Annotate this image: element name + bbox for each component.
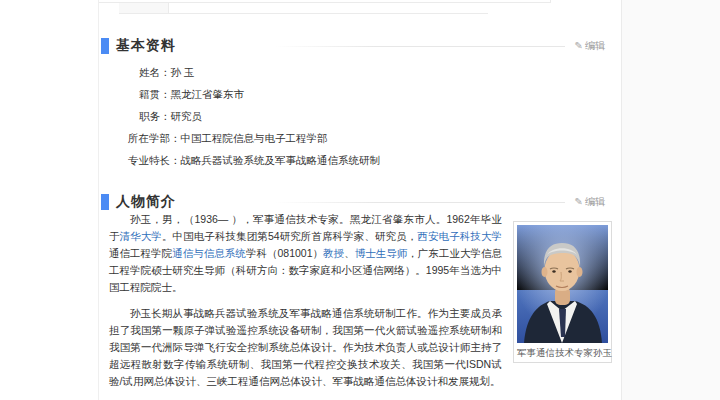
info-value: 研究员 bbox=[171, 110, 203, 122]
header-rule bbox=[274, 202, 565, 203]
article-content: 基本资料 ✎编辑 姓名：孙 玉 籍贯：黑龙江省肇东市 职务：研究员 所在学部：中… bbox=[98, 0, 620, 400]
section-title: 基本资料 bbox=[116, 37, 176, 55]
info-row-birthplace: 籍贯：黑龙江省肇东市 bbox=[99, 83, 621, 105]
section-header-profile: 人物简介 ✎编辑 bbox=[99, 192, 613, 212]
info-label: 专业特长： bbox=[128, 154, 181, 166]
text-segment: 通信工程学院 bbox=[109, 247, 172, 259]
remnant-column-border bbox=[550, 0, 551, 3]
info-label: 所在学部： bbox=[128, 132, 181, 144]
remnant-header-cell bbox=[119, 3, 169, 13]
baike-article-page: 基本资料 ✎编辑 姓名：孙 玉 籍贯：黑龙江省肇东市 职务：研究员 所在学部：中… bbox=[0, 0, 720, 400]
info-label: 籍贯： bbox=[139, 88, 171, 100]
inline-link[interactable]: 通信与信息系统 bbox=[172, 247, 246, 259]
info-row-position: 职务：研究员 bbox=[99, 105, 621, 127]
text-segment: 孙玉长期从事战略兵器试验系统及军事战略通信系统研制工作。作为主要成员承担了我国第… bbox=[109, 307, 502, 387]
info-value: 黑龙江省肇东市 bbox=[171, 88, 245, 100]
info-value: 中国工程院信息与电子工程学部 bbox=[181, 132, 328, 144]
info-row-name: 姓名：孙 玉 bbox=[99, 61, 621, 83]
section-title: 人物简介 bbox=[116, 193, 176, 211]
inline-link[interactable]: 西安电子科技大学 bbox=[417, 230, 502, 242]
text-segment: 、 bbox=[344, 247, 355, 259]
info-value: 孙 玉 bbox=[171, 66, 195, 78]
info-label: 职务： bbox=[139, 110, 171, 122]
remnant-border-bottom bbox=[119, 13, 488, 14]
text-segment: 。中国电子科技集团第54研究所首席科学家、研究员， bbox=[162, 230, 417, 242]
section-marker bbox=[101, 38, 109, 54]
header-rule bbox=[274, 46, 565, 47]
edit-button-profile[interactable]: ✎编辑 bbox=[575, 195, 605, 209]
portrait-photo bbox=[517, 225, 608, 343]
edit-pencil-icon: ✎ bbox=[575, 196, 583, 207]
text-segment: 学科（081001） bbox=[246, 247, 323, 259]
inline-link[interactable]: 清华大学 bbox=[120, 230, 162, 242]
inline-link[interactable]: 教授 bbox=[323, 247, 344, 259]
edit-button-basic-info[interactable]: ✎编辑 bbox=[575, 39, 605, 53]
portrait-photo-card[interactable]: 军事通信技术专家孙玉 bbox=[513, 221, 612, 363]
edit-label: 编辑 bbox=[585, 40, 605, 51]
edit-pencil-icon: ✎ bbox=[575, 40, 583, 51]
basic-info-rows: 姓名：孙 玉 籍贯：黑龙江省肇东市 职务：研究员 所在学部：中国工程院信息与电子… bbox=[99, 61, 621, 171]
section-marker bbox=[101, 194, 109, 210]
photo-caption: 军事通信技术专家孙玉 bbox=[517, 343, 608, 359]
info-value: 战略兵器试验系统及军事战略通信系统研制 bbox=[181, 154, 381, 166]
info-row-division: 所在学部：中国工程院信息与电子工程学部 bbox=[99, 127, 621, 149]
profile-body: 军事通信技术专家孙玉 孙玉，男，（1936— ），军事通信技术专家。黑龙江省肇东… bbox=[109, 211, 612, 400]
section-header-basic-info: 基本资料 ✎编辑 bbox=[99, 36, 613, 56]
edit-label: 编辑 bbox=[585, 196, 605, 207]
inline-link[interactable]: 博士生导师 bbox=[355, 247, 408, 259]
info-label: 姓名： bbox=[139, 66, 171, 78]
info-row-specialty: 专业特长：战略兵器试验系统及军事战略通信系统研制 bbox=[99, 149, 621, 171]
right-gutter-panel bbox=[621, 0, 720, 400]
